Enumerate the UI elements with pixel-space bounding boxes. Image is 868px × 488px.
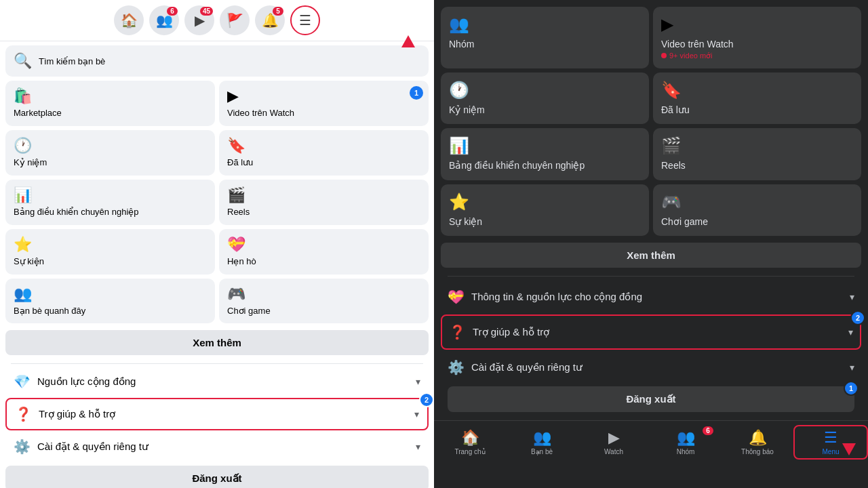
right-section-tro-giup[interactable]: ❓ Trợ giúp & hỗ trợ ▾ 2 [441, 314, 861, 350]
right-watch-sub: 9+ video mới [661, 52, 713, 60]
bell-bn-label: Thông báo [741, 448, 774, 455]
nhom-bn-badge: 6 [703, 426, 713, 435]
left-logout-btn[interactable]: Đăng xuất [5, 466, 429, 488]
kynieum-icon: 🕐 [14, 137, 32, 155]
friends-nearby-label: Bạn bè quanh đây [14, 306, 85, 317]
bottom-nav-watch[interactable]: ▶ Watch [578, 426, 650, 458]
right-kynieum-label: Kỷ niệm [449, 104, 485, 116]
right-game-icon: 🎮 [661, 192, 682, 211]
top-nav: 🏠 👥 6 ▶ 45 🚩 🔔 5 ☰ [0, 0, 434, 41]
nguon-luc-label: Nguồn lực cộng đồng [37, 375, 416, 388]
left-grid-item-game[interactable]: 🎮 Chơi game [219, 279, 429, 324]
right-nhom-icon: 👥 [449, 15, 469, 34]
left-section-cai-dat[interactable]: ⚙️ Cài đặt & quyền riêng tư ▾ [5, 432, 429, 462]
left-grid-item-hendo[interactable]: 💝 Hẹn hò [219, 229, 429, 274]
right-nhom-label: Nhóm [449, 38, 474, 50]
arrow-down-indicator [842, 443, 856, 455]
reels-label: Reels [227, 207, 250, 218]
left-grid-item-kynieum[interactable]: 🕐 Kỷ niệm [5, 130, 215, 176]
friends-bn-label: Bạn bè [531, 448, 553, 455]
watch2-badge: 1 [410, 86, 423, 100]
right-watch-label: Video trên Watch [661, 38, 734, 50]
daluu-icon: 🔖 [227, 137, 245, 155]
flag-nav-btn[interactable]: 🚩 [220, 5, 250, 35]
find-friends-item[interactable]: 🔍 Tìm kiếm bạn bè [5, 45, 429, 77]
nhom-bn-label: Nhóm [677, 448, 695, 455]
left-grid-item-watch2[interactable]: ▶ Video trên Watch 1 [219, 81, 429, 126]
right-cai-dat-chevron: ▾ [850, 362, 854, 373]
bottom-nav-nhom[interactable]: 6 👥 Nhóm [650, 426, 722, 458]
bell-bn-icon: 🔔 [749, 429, 767, 447]
right-cai-dat-icon: ⚙️ [448, 359, 465, 375]
right-grid-item-dashboard[interactable]: 📊 Bảng điều khiển chuyên nghiệp [441, 128, 649, 180]
game-label: Chơi game [227, 306, 271, 317]
bottom-nav-friends[interactable]: 👥 Bạn bè [506, 426, 578, 458]
left-section-tro-giup[interactable]: ❓ Trợ giúp & hỗ trợ ▾ 2 [5, 398, 429, 430]
left-see-more-btn[interactable]: Xem thêm [5, 330, 429, 355]
right-grid-item-reels[interactable]: 🎬 Reels [653, 128, 861, 180]
right-divider-1 [448, 276, 854, 277]
right-tro-giup-badge: 2 [850, 310, 865, 325]
sukien-label: Sự kiện [14, 256, 44, 268]
nhom-bn-icon: 👥 [677, 429, 695, 447]
right-watch-icon: ▶ [661, 15, 673, 34]
right-grid-item-watch[interactable]: ▶ Video trên Watch 9+ video mới [653, 7, 861, 68]
right-tro-giup-label: Trợ giúp & hỗ trợ [473, 326, 848, 338]
right-grid-item-game[interactable]: 🎮 Chơi game [653, 184, 861, 236]
left-grid-item-sukien[interactable]: ⭐ Sự kiện [5, 229, 215, 274]
watch2-icon: ▶ [227, 87, 239, 105]
right-section-thong-tin[interactable]: 💝 Thông tin & nguồn lực cho cộng đồng ▾ [441, 281, 861, 313]
hendo-icon: 💝 [227, 236, 245, 253]
left-grid-item-reels[interactable]: 🎬 Reels [219, 180, 429, 225]
right-reels-label: Reels [661, 159, 686, 171]
left-grid-item-friends-nearby[interactable]: 👥 Bạn bè quanh đây [5, 279, 215, 324]
right-dashboard-icon: 📊 [449, 136, 469, 155]
right-logout-btn[interactable]: Đăng xuất [448, 386, 854, 412]
right-cai-dat-label: Cài đặt & quyền riêng tư [471, 361, 850, 373]
watch-bn-icon: ▶ [608, 429, 620, 447]
watch-bn-label: Watch [604, 448, 623, 455]
right-section-cai-dat[interactable]: ⚙️ Cài đặt & quyền riêng tư ▾ [441, 351, 861, 384]
right-thong-tin-label: Thông tin & nguồn lực cho cộng đồng [471, 291, 850, 303]
cai-dat-chevron: ▾ [416, 441, 420, 452]
left-grid-item-marketplace[interactable]: 🛍️ Marketplace [5, 81, 215, 126]
left-grid-row-2: 🕐 Kỷ niệm 🔖 Đã lưu [5, 130, 429, 176]
sukien-icon: ⭐ [14, 236, 32, 253]
right-grid-item-sukien[interactable]: ⭐ Sự kiện [441, 184, 649, 236]
bell-nav-btn[interactable]: 🔔 5 [255, 5, 285, 35]
left-grid-row-0: 🛍️ Marketplace ▶ Video trên Watch 1 [5, 81, 429, 126]
video-nav-btn[interactable]: ▶ 45 [184, 5, 214, 35]
nguon-luc-icon: 💎 [14, 373, 31, 390]
right-panel: 👥 Nhóm ▶ Video trên Watch 9+ video mới 🕐… [434, 0, 868, 488]
left-grid-item-daluu[interactable]: 🔖 Đã lưu [219, 130, 429, 176]
right-thong-tin-chevron: ▾ [850, 291, 854, 302]
tro-giup-badge: 2 [419, 392, 434, 407]
right-see-more-btn[interactable]: Xem thêm [441, 243, 861, 268]
menu-bn-icon: ☰ [824, 429, 837, 447]
friends-badge: 6 [167, 7, 178, 16]
right-daluu-label: Đã lưu [661, 104, 690, 116]
home-nav-btn[interactable]: 🏠 [114, 5, 144, 35]
friends-nav-btn[interactable]: 👥 6 [149, 5, 179, 35]
right-grid-item-nhom[interactable]: 👥 Nhóm [441, 7, 649, 68]
right-grid-row-3: 📊 Bảng điều khiển chuyên nghiệp 🎬 Reels [441, 128, 861, 180]
cai-dat-label: Cài đặt & quyền riêng tư [37, 441, 416, 453]
home-bn-icon: 🏠 [461, 429, 479, 447]
tro-giup-label: Trợ giúp & hỗ trợ [39, 408, 414, 420]
bottom-nav-menu[interactable]: ☰ Menu [793, 425, 868, 460]
marketplace-label: Marketplace [14, 108, 62, 119]
friends-nearby-icon: 👥 [14, 285, 32, 303]
menu-nav-btn[interactable]: ☰ [290, 5, 320, 35]
left-section-nguon-luc[interactable]: 💎 Nguồn lực cộng đồng ▾ [5, 367, 429, 396]
right-grid-row-1: 👥 Nhóm ▶ Video trên Watch 9+ video mới [441, 7, 861, 68]
right-grid-item-kynieum[interactable]: 🕐 Kỷ niệm [441, 73, 649, 124]
left-grid-row-3: 📊 Bảng điều khiển chuyên nghiệp 🎬 Reels [5, 180, 429, 225]
bottom-nav-home[interactable]: 🏠 Trang chủ [434, 426, 506, 458]
right-grid-item-daluu[interactable]: 🔖 Đã lưu [653, 73, 861, 124]
menu-bn-label: Menu [822, 448, 839, 455]
bottom-nav-bell[interactable]: 🔔 Thông báo [722, 426, 793, 458]
cai-dat-icon: ⚙️ [14, 439, 31, 455]
left-grid-item-dashboard[interactable]: 📊 Bảng điều khiển chuyên nghiệp [5, 180, 215, 225]
left-grid-row-4: ⭐ Sự kiện 💝 Hẹn hò [5, 229, 429, 274]
home-bn-label: Trang chủ [454, 448, 485, 455]
